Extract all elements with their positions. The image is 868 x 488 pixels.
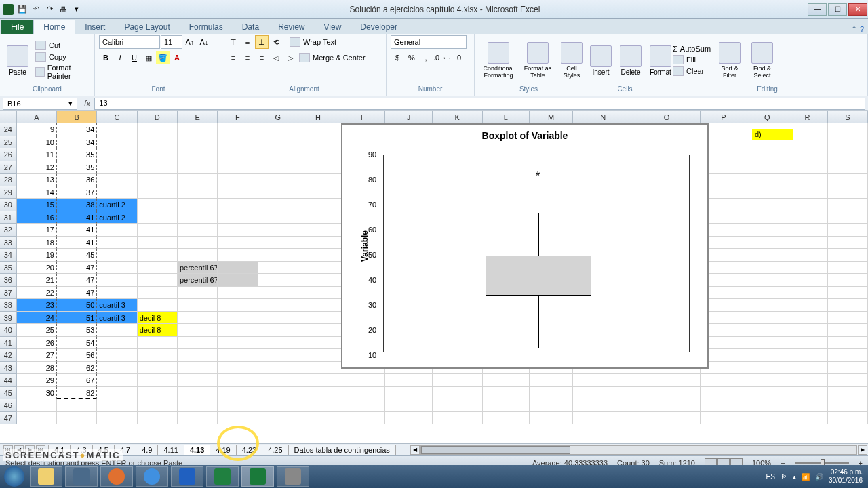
close-button[interactable]: ✕ <box>848 3 867 16</box>
sheet-tab-4.9[interactable]: 4.9 <box>136 445 158 455</box>
cell-B37[interactable]: 47 <box>57 287 97 300</box>
tray-clock[interactable]: 02:46 p.m. 30/01/2016 <box>829 468 863 485</box>
indent-dec-icon[interactable]: ◁ <box>269 51 283 64</box>
row-header-33[interactable]: 33 <box>0 237 17 249</box>
cell-G43[interactable] <box>258 362 298 375</box>
name-box[interactable]: B16 ▾ <box>3 98 77 110</box>
redo-icon[interactable]: ↷ <box>43 3 56 16</box>
cell-M47[interactable] <box>530 412 573 425</box>
cell-Q33[interactable] <box>747 237 787 249</box>
cell-S38[interactable] <box>828 299 868 312</box>
cell-H37[interactable] <box>298 287 338 300</box>
cell-E44[interactable] <box>178 374 218 387</box>
cell-S36[interactable] <box>828 274 868 287</box>
cell-M45[interactable] <box>530 387 573 400</box>
cell-A38[interactable]: 23 <box>17 299 57 312</box>
cell-F29[interactable] <box>218 186 258 199</box>
cell-B26[interactable]: 35 <box>57 148 97 161</box>
row-header-25[interactable]: 25 <box>0 136 17 149</box>
cell-C32[interactable] <box>97 224 137 237</box>
cell-N47[interactable] <box>573 412 633 425</box>
cell-A44[interactable]: 29 <box>17 374 57 387</box>
tab-view[interactable]: View <box>315 20 351 34</box>
scroll-right-icon[interactable]: ▶ <box>858 445 867 455</box>
cell-C36[interactable] <box>97 274 137 287</box>
cell-J44[interactable] <box>385 374 432 387</box>
cell-H26[interactable] <box>298 148 338 161</box>
cell-D43[interactable] <box>138 362 178 375</box>
cell-E37[interactable] <box>178 287 218 300</box>
cell-M44[interactable] <box>530 374 573 387</box>
format-painter-button[interactable]: Format Painter <box>34 63 90 81</box>
cell-E47[interactable] <box>178 412 218 425</box>
row-header-34[interactable]: 34 <box>0 249 17 262</box>
cell-F35[interactable] <box>218 262 258 274</box>
col-header-P[interactable]: P <box>701 111 747 123</box>
cell-B28[interactable]: 36 <box>57 174 97 186</box>
cell-A43[interactable]: 28 <box>17 362 57 375</box>
row-header-43[interactable]: 43 <box>0 362 17 375</box>
col-header-E[interactable]: E <box>178 111 218 123</box>
cell-D47[interactable] <box>138 412 178 425</box>
cell-E45[interactable] <box>178 387 218 400</box>
cell-Q46[interactable] <box>747 399 787 412</box>
sheet-tab-4.11[interactable]: 4.11 <box>157 445 184 455</box>
font-size-select[interactable] <box>161 35 182 49</box>
col-header-K[interactable]: K <box>433 111 483 123</box>
col-header-M[interactable]: M <box>530 111 573 123</box>
cell-E32[interactable] <box>178 224 218 237</box>
cell-P45[interactable] <box>701 387 747 400</box>
cell-D44[interactable] <box>138 374 178 387</box>
cell-S39[interactable] <box>828 312 868 325</box>
row-header-37[interactable]: 37 <box>0 287 17 300</box>
cell-E34[interactable] <box>178 249 218 262</box>
cell-F46[interactable] <box>218 399 258 412</box>
cell-E26[interactable] <box>178 148 218 161</box>
sheet-tab-4.13[interactable]: 4.13 <box>184 445 210 455</box>
cell-C28[interactable] <box>97 174 137 186</box>
task-app-1[interactable] <box>65 466 98 487</box>
cell-H29[interactable] <box>298 186 338 199</box>
cell-E27[interactable] <box>178 161 218 174</box>
format-as-table-button[interactable]: Format as Table <box>521 41 555 80</box>
cell-H38[interactable] <box>298 299 338 312</box>
cell-C40[interactable] <box>97 324 137 337</box>
cell-R36[interactable] <box>787 274 827 287</box>
task-firefox[interactable] <box>100 466 133 487</box>
cell-A32[interactable]: 17 <box>17 224 57 237</box>
align-right-icon[interactable]: ≡ <box>255 51 269 64</box>
cell-R34[interactable] <box>787 249 827 262</box>
cell-E46[interactable] <box>178 399 218 412</box>
cell-J47[interactable] <box>385 412 432 425</box>
cell-R37[interactable] <box>787 287 827 300</box>
dec-decimal-icon[interactable]: ←.0 <box>448 51 461 64</box>
cell-F41[interactable] <box>218 337 258 350</box>
conditional-formatting-button[interactable]: Conditional Formatting <box>479 41 518 80</box>
cell-B40[interactable]: 53 <box>57 324 97 337</box>
align-left-icon[interactable]: ≡ <box>226 51 240 64</box>
cell-H43[interactable] <box>298 362 338 375</box>
cell-F25[interactable] <box>218 136 258 149</box>
cell-D32[interactable] <box>138 224 178 237</box>
cell-D28[interactable] <box>138 174 178 186</box>
row-header-45[interactable]: 45 <box>0 387 17 400</box>
shrink-font-icon[interactable]: A↓ <box>197 35 211 49</box>
cell-S35[interactable] <box>828 262 868 274</box>
cell-Q44[interactable] <box>747 374 787 387</box>
task-outlook[interactable] <box>171 466 203 487</box>
cell-O46[interactable] <box>633 399 701 412</box>
cell-B34[interactable]: 45 <box>57 249 97 262</box>
cell-A35[interactable]: 20 <box>17 262 57 274</box>
col-header-O[interactable]: O <box>633 111 701 123</box>
cell-E36[interactable]: percentil 67 <box>178 274 218 287</box>
cell-R27[interactable] <box>787 161 827 174</box>
cell-D34[interactable] <box>138 249 178 262</box>
cell-E29[interactable] <box>178 186 218 199</box>
cell-Q41[interactable] <box>747 337 787 350</box>
row-header-29[interactable]: 29 <box>0 186 17 199</box>
cell-R38[interactable] <box>787 299 827 312</box>
cell-I46[interactable] <box>338 399 385 412</box>
cell-F34[interactable] <box>218 249 258 262</box>
cell-H30[interactable] <box>298 199 338 211</box>
cell-R41[interactable] <box>787 337 827 350</box>
